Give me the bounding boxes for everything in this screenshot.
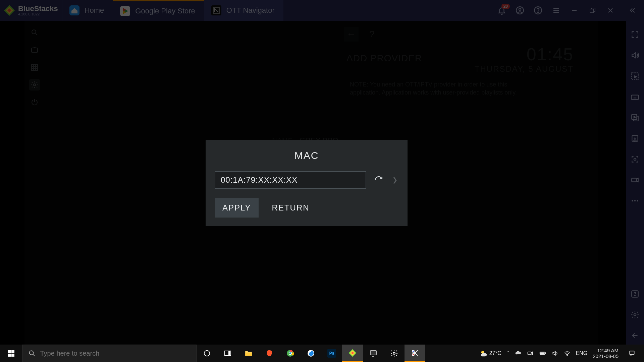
hamburger-menu-button[interactable] — [550, 4, 562, 16]
taskbar-search-input[interactable] — [40, 350, 196, 357]
svg-point-28 — [634, 314, 636, 316]
svg-text:APK: APK — [633, 140, 637, 142]
svg-rect-34 — [11, 350, 14, 353]
svg-point-25 — [637, 200, 638, 201]
language-indicator[interactable]: ENG — [576, 350, 588, 356]
weather-value: 27°C — [489, 350, 501, 356]
svg-rect-16 — [631, 95, 639, 100]
battery-icon[interactable] — [539, 350, 546, 357]
snip-icon[interactable] — [405, 345, 425, 362]
cursor-select-icon[interactable] — [629, 70, 641, 82]
close-button[interactable] — [604, 4, 616, 16]
screenshot-icon[interactable] — [629, 154, 641, 165]
side-help-icon[interactable] — [629, 288, 641, 300]
svg-rect-40 — [229, 351, 231, 356]
bg-title: ADD PROVIDER — [346, 53, 422, 64]
search-icon — [29, 350, 35, 357]
collapse-sidebar-button[interactable] — [626, 4, 638, 16]
tab-ottnavigator-label: OTT Navigator — [226, 6, 275, 15]
minimize-button[interactable] — [568, 4, 580, 16]
apply-button[interactable]: APPLY — [215, 198, 259, 218]
wifi-icon[interactable] — [564, 350, 571, 357]
svg-rect-51 — [370, 351, 376, 355]
tab-home-label: Home — [85, 6, 104, 15]
volume-icon[interactable] — [629, 50, 641, 61]
help-button[interactable] — [532, 4, 544, 16]
start-button[interactable] — [0, 345, 22, 362]
notifications-badge: 20 — [501, 4, 510, 9]
photoshop-icon[interactable]: Ps — [321, 345, 342, 362]
bg-back-icon: ← — [344, 27, 359, 42]
notifications-button[interactable]: 20 — [496, 4, 508, 16]
maximize-button[interactable] — [586, 4, 598, 16]
svg-marker-18 — [634, 116, 636, 118]
svg-point-37 — [30, 351, 34, 355]
tab-home[interactable]: Home — [62, 0, 113, 21]
bg-clock: 01:45 THURSDAY, 5 AUGUST — [475, 44, 574, 74]
bg-note: NOTE: You need an OTT/IPTV provider in o… — [350, 80, 538, 97]
explorer-icon[interactable] — [238, 345, 259, 362]
monitor-icon[interactable] — [363, 345, 384, 362]
svg-rect-22 — [632, 178, 636, 182]
side-back-icon[interactable] — [629, 330, 641, 341]
refresh-icon[interactable] — [373, 174, 385, 186]
android-app-surface: ← ? ADD PROVIDER 01:45 THURSDAY, 5 AUGUS… — [24, 21, 598, 349]
more-icon[interactable] — [629, 195, 641, 206]
cortana-icon[interactable] — [197, 345, 217, 362]
svg-point-24 — [634, 200, 636, 201]
mac-input[interactable] — [215, 171, 366, 189]
svg-rect-35 — [8, 354, 11, 357]
home-icon — [68, 4, 80, 16]
return-button[interactable]: RETURN — [265, 198, 317, 218]
meetnow-icon[interactable] — [527, 350, 534, 357]
gear-icon[interactable] — [384, 345, 405, 362]
bluestacks-brand: BlueStacks — [18, 5, 58, 12]
tray-expand-icon[interactable]: ˄ — [507, 350, 509, 357]
install-apk-icon[interactable]: APK — [629, 133, 641, 144]
keyboard-icon[interactable] — [629, 91, 641, 103]
side-settings-icon[interactable] — [629, 309, 641, 320]
system-tray: 27°C ˄ ENG 12:49 AM 2021-08-05 — [480, 345, 644, 362]
taskbar-clock[interactable]: 12:49 AM 2021-08-05 — [593, 348, 619, 359]
svg-rect-58 — [545, 353, 545, 354]
macro-play-icon[interactable] — [629, 112, 641, 123]
taskbar-search[interactable] — [22, 345, 197, 362]
tab-ottnavigator[interactable]: OTT Navigator — [204, 0, 283, 21]
fullscreen-icon[interactable] — [629, 29, 641, 40]
svg-rect-61 — [630, 351, 634, 354]
account-button[interactable] — [514, 4, 526, 16]
bluestacks-side-toolbar: APK — [625, 21, 644, 349]
svg-rect-33 — [8, 350, 11, 353]
windows-taskbar: Ps 27°C ˄ ENG 12:49 AM 2021-08-05 — [0, 345, 644, 362]
svg-point-11 — [519, 8, 521, 11]
tab-playstore[interactable]: Google Play Store — [113, 0, 204, 21]
mac-dialog-title: MAC — [215, 150, 398, 161]
playstore-icon — [119, 5, 131, 17]
svg-point-60 — [567, 355, 568, 356]
svg-rect-14 — [590, 9, 594, 13]
svg-point-13 — [538, 12, 538, 12]
brave-icon[interactable] — [259, 345, 280, 362]
bluestacks-version: 4.280.0.1022 — [18, 12, 58, 16]
svg-point-21 — [634, 158, 636, 161]
svg-point-23 — [632, 200, 633, 201]
bg-clock-time: 01:45 — [475, 44, 574, 64]
spark-icon[interactable] — [301, 345, 321, 362]
tab-playstore-label: Google Play Store — [135, 7, 195, 15]
record-icon[interactable] — [629, 174, 641, 186]
svg-rect-56 — [528, 352, 531, 355]
svg-rect-41 — [245, 353, 252, 356]
onedrive-icon[interactable] — [515, 350, 522, 357]
chevron-right-icon[interactable]: ❯ — [391, 177, 398, 183]
svg-text:Ps: Ps — [329, 351, 334, 356]
taskview-icon[interactable] — [217, 345, 238, 362]
clock-date: 2021-08-05 — [593, 353, 619, 359]
bluestacks-logo-icon — [3, 4, 16, 17]
action-center-icon[interactable] — [624, 345, 639, 362]
bluestacks-titlebar: BlueStacks 4.280.0.1022 Home Google Play… — [0, 0, 644, 21]
weather-widget[interactable]: 27°C — [480, 350, 501, 357]
chrome-icon[interactable] — [280, 345, 301, 362]
bluestacks-taskbar-icon[interactable] — [342, 345, 363, 362]
bg-clock-date: THURSDAY, 5 AUGUST — [475, 64, 574, 74]
tray-volume-icon[interactable] — [552, 350, 558, 357]
